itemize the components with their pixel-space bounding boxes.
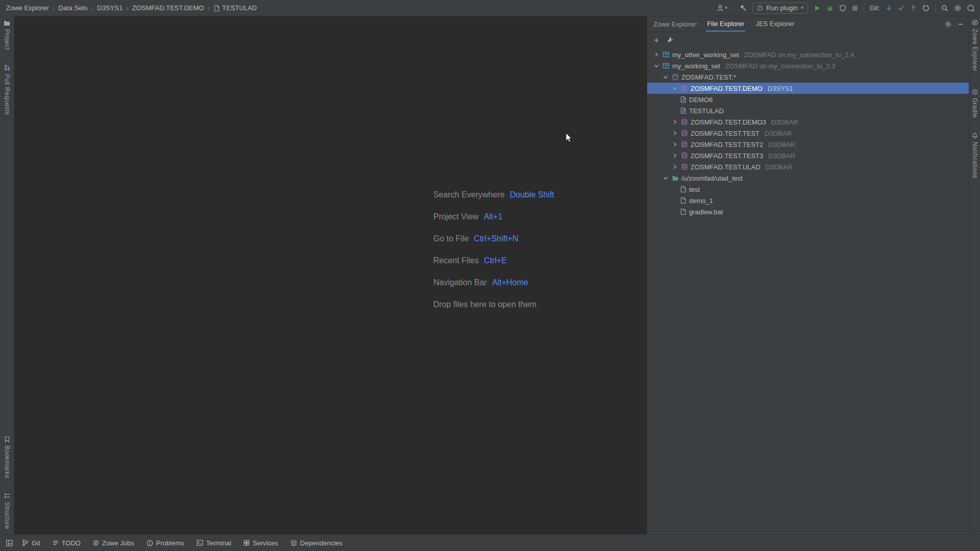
chevron-down-icon[interactable] [652, 63, 660, 69]
build-button[interactable] [739, 4, 747, 12]
tree-row-demo-1[interactable]: demo_1 [647, 195, 969, 206]
folder-icon [672, 175, 679, 182]
tree-item-label: DEMO6 [689, 96, 713, 104]
history-icon [922, 5, 929, 12]
status-item-services[interactable]: Services [243, 539, 278, 547]
toolwindow-button-gradle[interactable]: Gradle [971, 89, 978, 118]
tree-row-gradlew-bat[interactable]: gradlew.bat [647, 206, 969, 217]
stop-button[interactable] [852, 5, 858, 11]
breadcrumb-separator-icon: › [208, 5, 210, 12]
dependencies-icon [290, 540, 297, 546]
toolbar-separator [935, 4, 936, 13]
tree-row-zosmfad-test-test2[interactable]: ZOSMFAD.TEST.TEST2D3DBAR [647, 139, 969, 150]
profile-button[interactable] [967, 4, 975, 12]
chevron-right-icon[interactable] [671, 119, 678, 125]
right-toolwindow-stripe: Zowe Explorer GradleNotifications [969, 16, 980, 534]
stop-icon [852, 5, 858, 11]
services-icon [243, 540, 250, 546]
breadcrumb-item-zosmfad-test-demo[interactable]: ZOSMFAD.TEST.DEMO [132, 4, 204, 12]
zowe-jobs-icon [93, 540, 99, 546]
breadcrumb-item-zowe-explorer[interactable]: Zowe Explorer [6, 4, 49, 12]
add-button[interactable]: + [654, 36, 659, 44]
tree-item-label: TESTULAD [689, 107, 724, 115]
shortcut-keys[interactable]: Ctrl+Shift+N [474, 234, 518, 243]
chevron-down-icon: ▾ [725, 6, 728, 10]
tree-row-zosmfad-test-ulad[interactable]: ZOSMFAD.TEST.ULADD3DBAR [647, 161, 969, 172]
tree-row-my-working-set[interactable]: my_working_setZOSMFAD on my_connection_t… [647, 60, 969, 71]
status-item-terminal[interactable]: Terminal [197, 539, 231, 547]
panel-minimize-button[interactable] [958, 21, 964, 27]
shortcut-keys[interactable]: Alt+Home [492, 278, 528, 287]
tree-item-label: ZOSMFAD.TEST.TEST [691, 130, 760, 137]
run-configuration-select[interactable]: Run plugin ▾ [752, 3, 808, 14]
chevron-down-icon[interactable] [671, 85, 678, 91]
tree-item-label: ZOSMFAD.TEST.DEMO [691, 85, 763, 92]
tree-row-testulad[interactable]: TESTULAD [647, 105, 969, 116]
editor-area[interactable]: Search EverywhereDouble ShiftProject Vie… [14, 16, 647, 534]
run-button[interactable] [814, 5, 821, 12]
history-button[interactable] [922, 5, 929, 12]
tree-row-u-zosmfad-ulad-test[interactable]: /u/zosmfad/ulad_test [647, 172, 969, 184]
breadcrumb: Zowe Explorer›Data Sets›D3SYS1›ZOSMFAD.T… [6, 4, 257, 12]
gear-icon [945, 21, 951, 28]
tab-jes-explorer[interactable]: JES Explorer [754, 16, 795, 32]
breadcrumb-item-data-sets[interactable]: Data Sets [58, 4, 87, 12]
chevron-down-icon[interactable] [662, 74, 669, 80]
breadcrumb-item-testulad[interactable]: TESTULAD [213, 4, 257, 12]
tree-row-test[interactable]: test [647, 184, 969, 195]
user-account-button[interactable]: ▾ [716, 4, 728, 12]
tree-row-demo6[interactable]: DEMO6 [647, 94, 969, 105]
toolwindow-button-notifications[interactable]: Notifications [971, 132, 978, 179]
chevron-down-icon[interactable] [662, 175, 669, 181]
status-item-dependencies[interactable]: Dependencies [290, 539, 342, 547]
toolwindow-button-bookmarks[interactable]: Bookmarks [4, 436, 11, 479]
minimize-icon [958, 21, 964, 27]
shortcut-hint-recent-files: Recent FilesCtrl+E [433, 255, 554, 267]
tree-row-zosmfad-test[interactable]: ZOSMFAD.TEST.* [647, 71, 969, 83]
coverage-button[interactable] [839, 5, 846, 12]
play-icon [814, 5, 821, 12]
search-everywhere-button[interactable] [941, 5, 948, 12]
panel-header: Zowe Explorer: File ExplorerJES Explorer [647, 16, 969, 32]
settings-button[interactable] [954, 5, 961, 12]
chevron-right-icon[interactable] [671, 141, 678, 147]
status-item-git[interactable]: Git [22, 539, 40, 547]
status-item-problems[interactable]: Problems [146, 539, 184, 547]
shortcut-keys[interactable]: Double Shift [510, 190, 554, 199]
chevron-right-icon[interactable] [671, 164, 678, 170]
status-item-todo[interactable]: TODO [53, 539, 81, 547]
tree-row-zosmfad-test-demo3[interactable]: ZOSMFAD.TEST.DEMO3D3DBAR [647, 116, 969, 128]
toolwindow-button-pull-requests[interactable]: Pull Requests [4, 64, 11, 115]
tree-row-zosmfad-test-test[interactable]: ZOSMFAD.TEST.TESTD3DBAR [647, 128, 969, 139]
git-update-button[interactable] [886, 5, 892, 11]
toolwindow-button-structure[interactable]: Structure [4, 493, 11, 529]
tree-row-zosmfad-test-test3[interactable]: ZOSMFAD.TEST.TEST3D3DBAR [647, 150, 969, 161]
chevron-right-icon[interactable] [652, 52, 660, 58]
breadcrumb-item-d3sys1[interactable]: D3SYS1 [97, 4, 122, 12]
toolwindow-button-project[interactable]: Project [4, 20, 11, 50]
breadcrumb-separator-icon: › [126, 5, 129, 12]
chevron-right-icon[interactable] [671, 153, 678, 159]
bookmark-icon [5, 436, 10, 442]
shortcut-hint-project-view: Project ViewAlt+1 [433, 211, 554, 223]
mouse-cursor [566, 133, 573, 145]
todo-icon [53, 540, 59, 546]
shortcut-keys[interactable]: Alt+1 [484, 212, 503, 221]
panel-settings-button[interactable] [945, 21, 951, 28]
chevron-right-icon[interactable] [671, 130, 678, 136]
tree-row-zosmfad-test-demo[interactable]: ZOSMFAD.TEST.DEMOD3SYS1 [647, 83, 969, 94]
toolwindow-switcher-button[interactable] [6, 540, 13, 546]
panel-title: Zowe Explorer: [653, 20, 698, 28]
gear-icon [954, 5, 961, 12]
dataset-icon [681, 85, 688, 92]
edit-working-sets-button[interactable] [667, 36, 674, 43]
status-item-zowe-jobs[interactable]: Zowe Jobs [93, 539, 134, 547]
toolwindow-button-zowe-explorer[interactable]: Zowe Explorer [971, 19, 978, 71]
tab-file-explorer[interactable]: File Explorer [706, 16, 745, 32]
tree-item-label: ZOSMFAD.TEST.ULAD [691, 163, 761, 171]
git-commit-button[interactable] [898, 5, 904, 11]
tree-row-my-other-working-set[interactable]: my_other_working_setZOSMFAD on my_connec… [647, 49, 969, 60]
git-push-button[interactable] [910, 5, 917, 11]
shortcut-keys[interactable]: Ctrl+E [484, 256, 507, 265]
debug-button[interactable] [826, 5, 834, 12]
